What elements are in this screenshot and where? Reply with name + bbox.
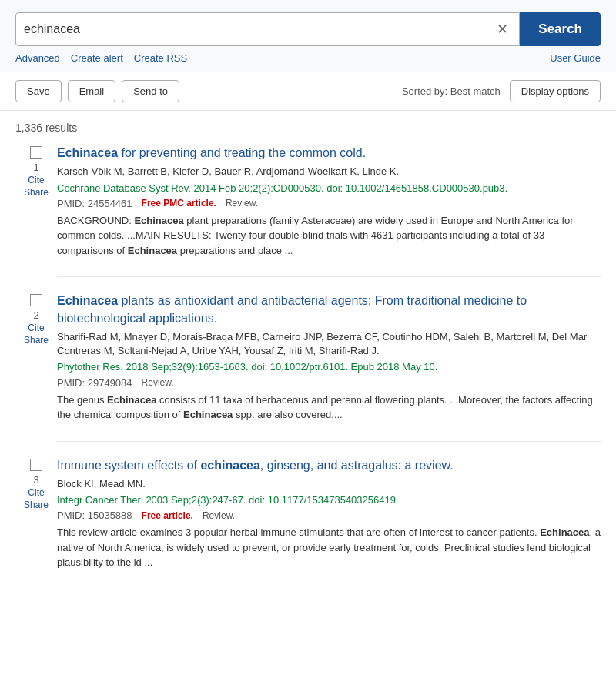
result-share-1[interactable]: Share (24, 187, 49, 198)
result-checkbox-2[interactable] (30, 294, 42, 306)
search-links-row: Advanced Create alert Create RSS User Gu… (15, 52, 601, 64)
result-pmid-3: PMID: 15035888 (57, 510, 132, 521)
result-item-2: 2 Cite Share Echinacea plants as antioxi… (15, 292, 601, 422)
result-left-2: 2 Cite Share (15, 292, 57, 422)
result-checkbox-1[interactable] (30, 146, 42, 159)
result-body-3: Immune system effects of echinacea, gins… (57, 457, 601, 570)
result-badge-type-2: Review. (142, 377, 174, 388)
user-guide-link[interactable]: User Guide (550, 52, 601, 64)
result-pmid-1: PMID: 24554461 (57, 198, 132, 209)
result-number-3: 3 (33, 474, 38, 486)
create-alert-link[interactable]: Create alert (71, 52, 123, 64)
result-badge-free-1: Free PMC article. (142, 198, 216, 209)
result-share-2[interactable]: Share (24, 335, 49, 346)
result-share-3[interactable]: Share (24, 500, 49, 510)
result-cite-1[interactable]: Cite (28, 175, 44, 185)
result-left-3: 3 Cite Share (15, 457, 57, 570)
result-left-1: 1 Cite Share (15, 145, 57, 258)
search-button[interactable]: Search (520, 12, 601, 46)
result-abstract-2: The genus Echinacea consists of 11 taxa … (57, 393, 601, 423)
result-journal-3: Integr Cancer Ther. 2003 Sep;2(3):247-67… (57, 493, 601, 507)
result-divider-2 (57, 441, 601, 442)
result-title-2[interactable]: Echinacea plants as antioxidant and anti… (57, 292, 601, 327)
search-links-left: Advanced Create alert Create RSS (15, 52, 187, 64)
advanced-link[interactable]: Advanced (15, 52, 60, 64)
result-pmid-2: PMID: 29749084 (57, 377, 132, 389)
save-button[interactable]: Save (15, 80, 62, 102)
result-pmid-row-2: PMID: 29749084 Review. (57, 377, 601, 389)
toolbar: Save Email Send to Sorted by: Best match… (0, 72, 616, 111)
result-checkbox-3[interactable] (30, 459, 42, 471)
results-count: 1,336 results (15, 122, 601, 134)
send-to-button[interactable]: Send to (122, 80, 179, 102)
result-cite-3[interactable]: Cite (28, 487, 44, 498)
result-badge-type-3: Review. (203, 510, 235, 521)
result-pmid-row-3: PMID: 15035888 Free article. Review. (57, 510, 601, 521)
result-badge-type-1: Review. (226, 198, 258, 209)
clear-icon[interactable]: ✕ (494, 18, 511, 41)
result-journal-1: Cochrane Database Syst Rev. 2014 Feb 20;… (57, 182, 601, 195)
result-journal-2: Phytother Res. 2018 Sep;32(9):1653-1663.… (57, 360, 601, 374)
search-row: ✕ Search (15, 12, 601, 46)
search-input-wrapper: ✕ (15, 12, 520, 46)
sort-label: Sorted by: Best match (402, 85, 500, 97)
result-item-3: 3 Cite Share Immune system effects of ec… (15, 457, 601, 570)
result-authors-3: Block KI, Mead MN. (57, 477, 601, 491)
result-authors-1: Karsch-Völk M, Barrett B, Kiefer D, Baue… (57, 165, 601, 179)
result-divider-1 (57, 276, 601, 277)
search-header: ✕ Search Advanced Create alert Create RS… (0, 0, 616, 72)
result-number-2: 2 (33, 309, 38, 321)
result-title-3[interactable]: Immune system effects of echinacea, gins… (57, 457, 601, 474)
create-rss-link[interactable]: Create RSS (134, 52, 187, 64)
result-item: 1 Cite Share Echinacea for preventing an… (15, 145, 601, 258)
results-container: 1,336 results 1 Cite Share Echinacea for… (0, 111, 616, 570)
result-cite-2[interactable]: Cite (28, 322, 44, 333)
toolbar-left: Save Email Send to (15, 80, 179, 102)
result-number-1: 1 (33, 162, 38, 173)
result-body-2: Echinacea plants as antioxidant and anti… (57, 292, 601, 422)
toolbar-right: Sorted by: Best match Display options (402, 80, 601, 102)
result-pmid-row-1: PMID: 24554461 Free PMC article. Review. (57, 198, 601, 209)
result-badge-free-3: Free article. (142, 510, 193, 521)
email-button[interactable]: Email (68, 80, 116, 102)
result-abstract-1: BACKGROUND: Echinacea plant preparations… (57, 213, 601, 259)
result-title-1[interactable]: Echinacea for preventing and treating th… (57, 145, 601, 162)
display-options-button[interactable]: Display options (510, 80, 601, 102)
result-body-1: Echinacea for preventing and treating th… (57, 145, 601, 258)
search-input[interactable] (24, 22, 494, 36)
result-abstract-3: This review article examines 3 popular h… (57, 525, 601, 570)
result-authors-2: Sharifi-Rad M, Mnayer D, Morais-Braga MF… (57, 330, 601, 358)
